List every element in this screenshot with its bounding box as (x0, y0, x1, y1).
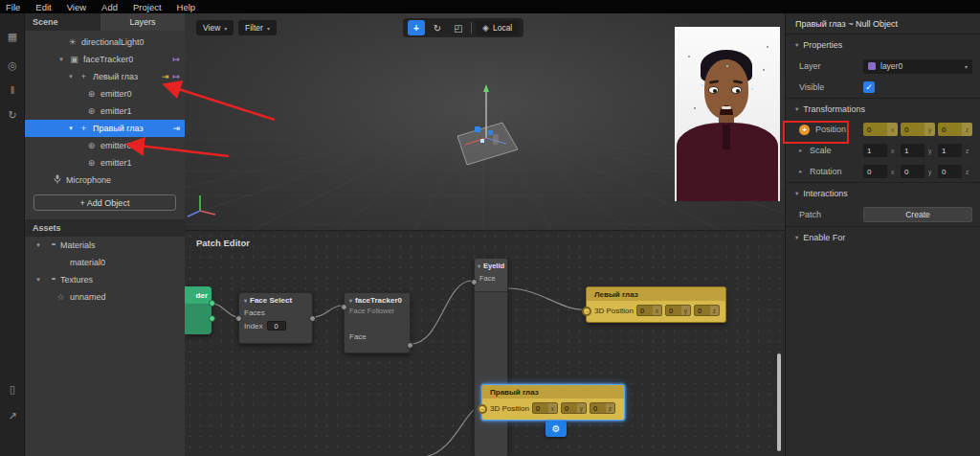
position-x-field[interactable]: 0x (863, 123, 898, 136)
filter-dropdown[interactable]: Filter ▾ (238, 20, 277, 35)
scene-row-microphone[interactable]: Microphone (25, 171, 185, 189)
value-field[interactable]: 0z (590, 402, 615, 414)
move-tool-button[interactable]: + (408, 20, 425, 35)
assets-row-material0[interactable]: material0 (25, 254, 185, 271)
output-port[interactable] (209, 300, 215, 307)
index-input[interactable]: 0 (267, 321, 286, 331)
local-space-button[interactable]: ◈ Local (476, 20, 519, 35)
scene-row-emitter0b[interactable]: ⊛ emitter0 (25, 137, 185, 154)
scale-x-field[interactable]: 1x (863, 144, 898, 157)
panels-icon[interactable]: ▦ (0, 27, 25, 46)
speck (763, 69, 765, 71)
input-port[interactable]: → (478, 404, 487, 414)
tab-layers[interactable]: Layers (100, 13, 185, 31)
scale-z-field[interactable]: 1z (938, 144, 972, 157)
node-subtitle: Face Follower (345, 307, 410, 317)
eyelid-node[interactable]: ▾ Eyelid Face (474, 258, 508, 456)
view-dropdown[interactable]: View ▾ (196, 20, 234, 35)
chevron-right-icon[interactable]: ▸ (799, 147, 806, 154)
expander-icon[interactable]: ▾ (67, 125, 75, 132)
assets-row-label: material0 (70, 258, 105, 267)
section-transformations[interactable]: ▾ Transformations (786, 98, 980, 119)
input-port[interactable]: → (582, 307, 591, 316)
input-port[interactable] (235, 315, 242, 322)
layer-dropdown[interactable]: layer0 ▾ (863, 59, 972, 74)
scene-row-facetracker0[interactable]: ▾ ▣ faceTracker0 ↦ (25, 51, 185, 68)
pause-icon[interactable]: ‖ (0, 80, 25, 100)
axis-gizmo (188, 195, 215, 217)
output-port[interactable] (309, 315, 316, 322)
scale-y-field[interactable]: 1y (901, 144, 935, 157)
chevron-down-icon: ▾ (795, 190, 798, 197)
menu-help[interactable]: Help (177, 2, 196, 12)
chevron-down-icon: ▾ (349, 297, 352, 304)
output-port[interactable] (209, 315, 215, 322)
restart-icon[interactable]: ↻ (0, 105, 25, 125)
scene-row-directionallight0[interactable]: ☀ directionalLight0 (25, 34, 185, 51)
output-port[interactable] (407, 342, 413, 349)
scene-row-left-eye[interactable]: ▾ + Левый глаз ⇥ ↦ (25, 68, 185, 85)
scene-row-right-eye-selected[interactable]: ▾ + Правый глаз ⇥ (25, 120, 185, 137)
right-eye-patch-node-selected[interactable]: Правый глаз → 3D Position 0x 0y 0z (481, 384, 625, 421)
camera-icon[interactable]: ◎ (0, 56, 25, 75)
port-label: 3D Position (490, 404, 529, 413)
value-field[interactable]: 0y (561, 402, 587, 414)
position-z-field[interactable]: 0z (938, 123, 972, 136)
scale-tool-button[interactable]: ◰ (450, 20, 467, 35)
assets-panel-header: Assets (25, 219, 185, 237)
left-eye-patch-node[interactable]: Левый глаз → 3D Position 0x 0y 0z (586, 286, 726, 323)
position-patch-icon[interactable]: + (799, 125, 810, 135)
microphone-icon (52, 174, 62, 186)
assets-row-textures[interactable]: ▾ Textures (25, 271, 185, 288)
face-select-node[interactable]: ▾ Face Select Faces Index 0 (238, 292, 313, 344)
add-object-button[interactable]: + Add Object (33, 194, 176, 211)
partial-node[interactable]: der (185, 286, 212, 334)
scene-row-label: emitter1 (100, 158, 132, 168)
port-label: Faces (239, 307, 312, 319)
assets-row-unnamed[interactable]: ☆ unnamed (25, 288, 185, 306)
menu-project[interactable]: Project (133, 2, 162, 12)
gear-icon[interactable]: ⚙ (546, 421, 567, 437)
value-field[interactable]: 0x (636, 305, 662, 316)
menu-file[interactable]: File (6, 2, 20, 12)
value-field[interactable]: 0x (532, 402, 558, 414)
chevron-right-icon[interactable]: ▸ (799, 168, 806, 175)
facetracker0-node[interactable]: ▾ faceTracker0 Face Follower Face (344, 292, 411, 353)
expander-icon[interactable]: ▾ (67, 73, 75, 80)
expander-icon[interactable]: ▾ (34, 276, 42, 284)
rotation-x-field[interactable]: 0x (863, 165, 898, 178)
chevron-down-icon: ▾ (478, 262, 480, 269)
patch-editor[interactable]: Patch Editor der ▾ Face Select Faces Ind… (185, 230, 785, 456)
menu-view[interactable]: View (67, 2, 86, 12)
patch-output-badge: ↦ (172, 73, 180, 81)
scene-assets-column: Scene Layers ☀ directionalLight0 ▾ ▣ fac… (25, 13, 185, 456)
value-field[interactable]: 0z (694, 305, 720, 316)
section-enable-for[interactable]: ▾ Enable For (786, 226, 980, 247)
device-icon[interactable]: ▯ (0, 379, 25, 399)
scene-row-label: directionalLight0 (81, 37, 145, 47)
visible-checkbox[interactable]: ✓ (863, 81, 875, 93)
port-label: Index (244, 322, 263, 331)
menu-add[interactable]: Add (101, 2, 118, 12)
value-field[interactable]: 0y (665, 305, 691, 316)
scene-row-emitter0[interactable]: ⊛ emitter0 (25, 85, 185, 103)
input-port[interactable] (471, 279, 478, 285)
assets-row-materials[interactable]: ▾ Materials (25, 237, 185, 254)
scene-row-emitter1b[interactable]: ⊛ emitter1 (25, 154, 185, 171)
expander-icon[interactable]: ▾ (57, 56, 65, 63)
share-icon[interactable]: ↗ (0, 406, 25, 425)
rotation-z-field[interactable]: 0z (938, 165, 972, 178)
rotation-y-field[interactable]: 0y (901, 165, 935, 178)
section-properties[interactable]: ▾ Properties (786, 34, 980, 56)
create-patch-button[interactable]: Create (863, 207, 972, 222)
expander-icon[interactable]: ▾ (34, 241, 42, 249)
input-port[interactable] (341, 304, 347, 310)
assets-row-label: unnamed (70, 292, 106, 302)
rotate-tool-button[interactable]: ↻ (429, 20, 446, 35)
section-interactions[interactable]: ▾ Interactions (786, 182, 980, 203)
menu-edit[interactable]: Edit (35, 2, 51, 12)
patch-scrollbar[interactable] (777, 353, 781, 451)
scene-row-emitter1[interactable]: ⊛ emitter1 (25, 103, 185, 120)
scale-row: ▸ Scale 1x 1y 1z (786, 140, 980, 161)
position-y-field[interactable]: 0y (901, 123, 935, 136)
